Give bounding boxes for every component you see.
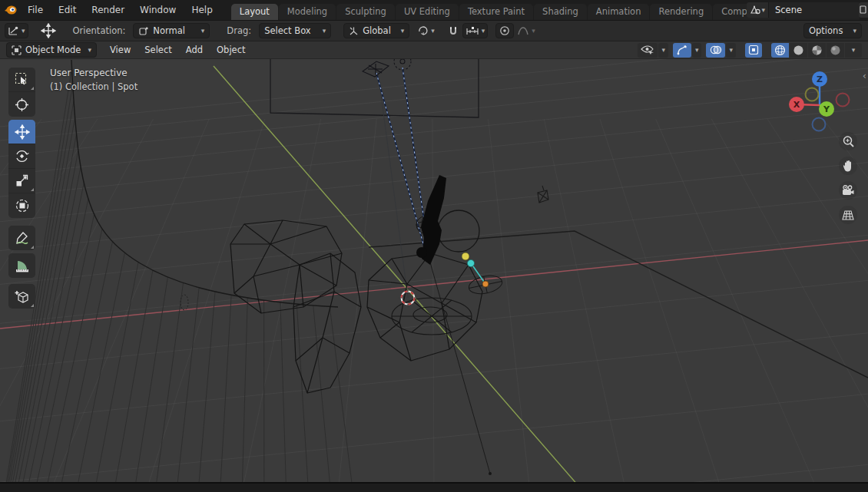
menu-object[interactable]: Object [210, 41, 252, 59]
timeline-edge[interactable] [0, 482, 868, 492]
tool-annotate[interactable] [8, 226, 35, 250]
menu-help[interactable]: Help [184, 0, 220, 20]
mode-dropdown[interactable]: Object Mode ▾ [6, 42, 97, 58]
proportional-editing-icon [499, 25, 510, 36]
tool-move[interactable] [8, 120, 35, 144]
material-sphere-icon [811, 45, 823, 56]
snap-toggle-button[interactable] [444, 23, 462, 38]
xray-toggle-button[interactable] [745, 43, 762, 58]
tab-texture-paint[interactable]: Texture Paint [459, 4, 533, 20]
tool-measure[interactable] [8, 253, 35, 278]
object-visibility-button[interactable] [638, 43, 658, 58]
shading-solid-button[interactable] [790, 43, 807, 58]
shading-rendered-button[interactable] [827, 43, 844, 58]
menu-window[interactable]: Window [132, 0, 184, 20]
handle-cyan [467, 259, 474, 266]
transform-space-dropdown[interactable]: Global ▾ [343, 23, 409, 38]
chevron-down-icon: ▾ [401, 28, 405, 35]
options-label: Options [809, 25, 849, 36]
editor-type-button[interactable]: ▾ [5, 23, 28, 38]
options-dropdown[interactable]: Options ▾ [803, 23, 862, 38]
proportional-editing-button[interactable] [495, 23, 514, 38]
menu-render[interactable]: Render [84, 0, 132, 20]
chevron-down-icon: ▾ [729, 47, 733, 54]
viewport-nav-buttons [839, 132, 857, 224]
gizmos-chevron-button[interactable]: ▾ [692, 43, 702, 58]
tool-transform[interactable] [8, 193, 35, 218]
blender-logo-icon[interactable] [0, 0, 20, 20]
navigation-gizmo[interactable]: Z X Y [785, 64, 856, 134]
menu-add[interactable]: Add [179, 41, 210, 59]
scene-browse-button[interactable]: ▾ [747, 2, 768, 18]
collapse-panel-icon[interactable]: ‹ [863, 70, 866, 81]
tool-scale[interactable] [8, 169, 35, 193]
drag-dropdown[interactable]: Select Box ▾ [259, 23, 331, 38]
tool-select-box[interactable] [8, 68, 35, 92]
snap-increment-icon [465, 26, 479, 36]
tab-sculpting[interactable]: Sculpting [336, 4, 395, 20]
menu-edit[interactable]: Edit [51, 0, 84, 20]
gizmo-axis-neg-x[interactable] [837, 94, 850, 107]
tool-cursor[interactable] [8, 92, 35, 117]
gizmo-arrow-icon [676, 45, 688, 55]
transform-pivot-button[interactable]: ▾ [414, 23, 438, 38]
gizmos-toggle-button[interactable] [673, 43, 691, 58]
zoom-button[interactable] [839, 132, 857, 150]
gizmo-axis-neg-z[interactable] [813, 118, 826, 131]
new-scene-button[interactable] [859, 2, 868, 18]
menu-view[interactable]: View [103, 41, 137, 59]
chevron-down-icon: ▾ [88, 47, 91, 54]
chevron-down-icon: ▾ [661, 47, 665, 54]
magnet-icon [448, 25, 459, 37]
tab-layout[interactable]: Layout [231, 4, 278, 20]
proportional-falloff-button[interactable]: ▾ [514, 23, 538, 38]
scene-name-field[interactable]: Scene [768, 2, 859, 18]
tab-animation[interactable]: Animation [588, 4, 650, 20]
shading-chevron-button[interactable]: ▾ [845, 43, 862, 58]
shading-material-button[interactable] [808, 43, 826, 58]
falloff-curve-icon [517, 26, 529, 36]
tab-uv-editing[interactable]: UV Editing [396, 4, 459, 20]
xray-icon [748, 45, 759, 55]
handle-orange [482, 281, 489, 287]
pivot-point-icon [417, 25, 429, 36]
menu-select[interactable]: Select [137, 41, 178, 59]
duplicate-icon [860, 5, 867, 15]
overlays-chevron-button[interactable]: ▾ [726, 43, 736, 58]
3d-viewport[interactable]: User Perspective (1) Collection | Spot [0, 59, 868, 482]
tab-modeling[interactable]: Modeling [279, 4, 336, 20]
overlays-toggle-button[interactable] [706, 43, 725, 58]
shading-wireframe-button[interactable] [771, 43, 789, 58]
tool-expand-corner [31, 188, 34, 191]
transform-space-value: Global [363, 25, 396, 36]
perspective-toggle-button[interactable] [839, 206, 857, 224]
rendered-sphere-icon [830, 45, 841, 56]
svg-text:X: X [793, 100, 800, 110]
solid-sphere-icon [793, 45, 804, 56]
shading-mode-group: ▾ [771, 43, 862, 58]
empty-object [538, 186, 548, 203]
light-selection-lines [376, 68, 429, 253]
menu-file[interactable]: File [20, 0, 51, 20]
visibility-eye-icon [641, 45, 654, 55]
orientation-label: Orientation: [73, 25, 126, 36]
chevron-down-icon: ▾ [431, 28, 435, 35]
overlays-icon [709, 45, 722, 55]
pan-hand-button[interactable] [839, 157, 857, 175]
tab-shading[interactable]: Shading [534, 4, 587, 20]
chevron-down-icon: ▾ [323, 28, 326, 35]
svg-text:Z: Z [817, 74, 823, 84]
topbar: File Edit Render Window Help Layout Mode… [0, 0, 868, 20]
orientation-dropdown[interactable]: Normal ▾ [133, 23, 210, 38]
visibility-chevron-button[interactable]: ▾ [658, 43, 668, 58]
tool-expand-corner [31, 304, 34, 307]
tab-rendering[interactable]: Rendering [650, 4, 712, 20]
tool-rotate[interactable] [8, 144, 35, 169]
snap-settings-button[interactable]: ▾ [462, 23, 489, 38]
drag-value: Select Box [264, 25, 318, 36]
active-tool-move-icon [38, 23, 59, 38]
camera-view-button[interactable] [839, 181, 857, 200]
tool-add-cube[interactable] [8, 284, 35, 309]
gizmo-axis-neg-y[interactable] [806, 88, 819, 101]
global-axes-icon [349, 26, 359, 36]
